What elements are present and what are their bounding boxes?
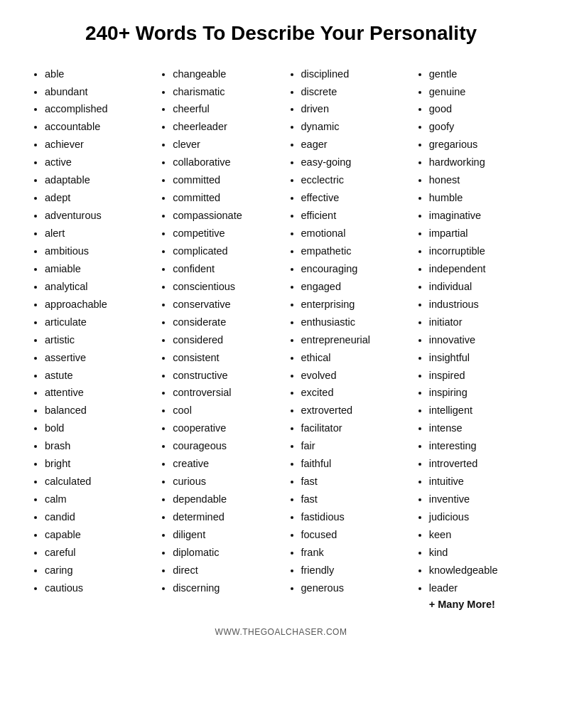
list-item: alert — [45, 225, 147, 242]
list-item: initiator — [429, 314, 531, 331]
page-title: 240+ Words To Describe Your Personality — [25, 21, 537, 46]
list-item: evolved — [301, 367, 404, 385]
list-item: innovative — [429, 331, 531, 349]
list-item: curious — [173, 473, 275, 491]
list-item: approachable — [45, 296, 147, 314]
list-item: cautious — [45, 579, 147, 597]
list-item: discerning — [173, 579, 275, 597]
list-item: ethical — [301, 349, 404, 367]
list-item: generous — [301, 579, 404, 597]
list-item: goofy — [429, 118, 531, 136]
list-item: capable — [45, 526, 147, 544]
word-list-col-3: disciplineddiscretedrivendynamiceagereas… — [287, 65, 404, 597]
list-item: intense — [429, 419, 531, 437]
list-item: imaginative — [429, 207, 531, 225]
list-item: confident — [173, 260, 275, 278]
list-item: independent — [429, 260, 531, 278]
column-2: changeablecharismaticcheerfulcheerleader… — [153, 65, 281, 597]
list-item: inventive — [429, 491, 531, 508]
list-item: considerate — [173, 314, 275, 331]
list-item: determined — [173, 508, 275, 526]
list-item: charismatic — [173, 83, 275, 101]
column-4: gentlegenuinegoodgoofygregarioushardwork… — [409, 65, 537, 610]
list-item: competitive — [173, 225, 275, 242]
list-item: committed — [173, 189, 275, 207]
list-item: bold — [45, 419, 147, 437]
list-item: good — [429, 100, 531, 118]
list-item: facilitator — [301, 419, 404, 437]
list-item: changeable — [173, 65, 275, 83]
list-item: fair — [301, 437, 404, 455]
list-item: empathetic — [301, 242, 404, 260]
list-item: efficient — [301, 207, 404, 225]
list-item: brash — [45, 437, 147, 455]
list-item: kind — [429, 544, 531, 562]
list-item: adventurous — [45, 207, 147, 225]
list-item: direct — [173, 562, 275, 579]
list-item: ambitious — [45, 242, 147, 260]
list-item: enterprising — [301, 296, 404, 314]
list-item: fast — [301, 473, 404, 491]
list-item: eager — [301, 136, 404, 154]
list-item: candid — [45, 508, 147, 526]
list-item: adept — [45, 189, 147, 207]
list-item: gregarious — [429, 136, 531, 154]
list-item: calculated — [45, 473, 147, 491]
list-item: cheerleader — [173, 118, 275, 136]
list-item: calm — [45, 491, 147, 508]
list-item: engaged — [301, 278, 404, 296]
list-item: introverted — [429, 455, 531, 473]
more-label: + Many More! — [415, 599, 531, 610]
footer-text: WWW.THEGOALCHASER.COM — [25, 627, 537, 637]
list-item: achiever — [45, 136, 147, 154]
list-item: compassionate — [173, 207, 275, 225]
list-item: accountable — [45, 118, 147, 136]
list-item: amiable — [45, 260, 147, 278]
list-item: knowledgeable — [429, 562, 531, 579]
list-item: controversial — [173, 384, 275, 402]
list-item: cheerful — [173, 100, 275, 118]
list-item: diligent — [173, 526, 275, 544]
list-item: leader — [429, 579, 531, 597]
list-item: discrete — [301, 83, 404, 101]
word-list-col-4: gentlegenuinegoodgoofygregarioushardwork… — [415, 65, 531, 597]
list-item: careful — [45, 544, 147, 562]
list-item: fastidious — [301, 508, 404, 526]
list-item: artistic — [45, 331, 147, 349]
list-item: committed — [173, 171, 275, 189]
column-1: ableabundantaccomplishedaccountableachie… — [25, 65, 153, 597]
list-item: complicated — [173, 242, 275, 260]
list-item: considered — [173, 331, 275, 349]
list-item: collaborative — [173, 154, 275, 171]
word-list-col-1: ableabundantaccomplishedaccountableachie… — [31, 65, 147, 597]
list-item: driven — [301, 100, 404, 118]
list-item: emotional — [301, 225, 404, 242]
list-item: entrepreneurial — [301, 331, 404, 349]
list-item: encouraging — [301, 260, 404, 278]
list-item: judicious — [429, 508, 531, 526]
list-item: fast — [301, 491, 404, 508]
list-item: focused — [301, 526, 404, 544]
list-item: honest — [429, 171, 531, 189]
list-item: gentle — [429, 65, 531, 83]
list-item: dynamic — [301, 118, 404, 136]
list-item: individual — [429, 278, 531, 296]
word-list-container: ableabundantaccomplishedaccountableachie… — [25, 65, 537, 610]
list-item: assertive — [45, 349, 147, 367]
list-item: frank — [301, 544, 404, 562]
list-item: intuitive — [429, 473, 531, 491]
list-item: conscientious — [173, 278, 275, 296]
list-item: disciplined — [301, 65, 404, 83]
list-item: able — [45, 65, 147, 83]
list-item: courageous — [173, 437, 275, 455]
list-item: abundant — [45, 83, 147, 101]
word-list-col-2: changeablecharismaticcheerfulcheerleader… — [158, 65, 275, 597]
list-item: dependable — [173, 491, 275, 508]
list-item: extroverted — [301, 402, 404, 419]
list-item: impartial — [429, 225, 531, 242]
list-item: cool — [173, 402, 275, 419]
list-item: incorruptible — [429, 242, 531, 260]
list-item: accomplished — [45, 100, 147, 118]
list-item: friendly — [301, 562, 404, 579]
list-item: keen — [429, 526, 531, 544]
